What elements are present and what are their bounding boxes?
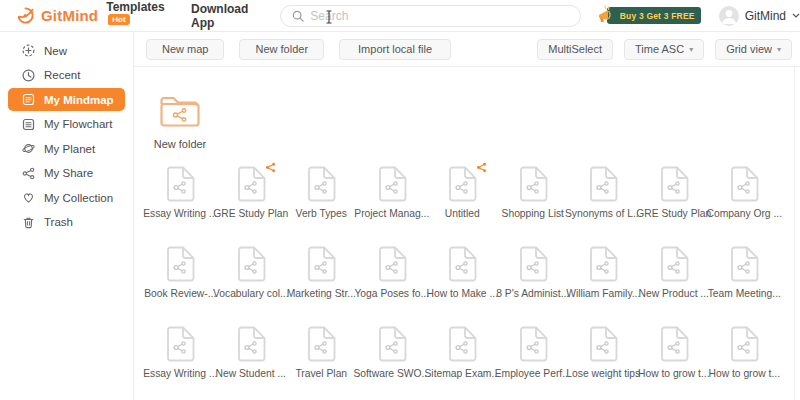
file-item[interactable]: Essay Writing ...	[145, 156, 216, 236]
file-item[interactable]: How to grow t...	[709, 316, 780, 396]
trash-icon	[22, 216, 35, 229]
file-item[interactable]: Untitled	[427, 156, 498, 236]
sidebar-item-label: Recent	[44, 69, 80, 81]
sort-order-dropdown[interactable]: Time ASC ▾	[624, 39, 704, 60]
new-map-button[interactable]: New map	[146, 39, 224, 60]
file-item[interactable]: Shopping List	[498, 156, 569, 236]
file-name: Software SWO...	[353, 368, 430, 379]
sidebar-item-label: My Mindmap	[44, 94, 114, 106]
templates-label: Templates	[106, 0, 164, 14]
file-item[interactable]: Synonyms of L...	[568, 156, 639, 236]
sidebar-item-trash[interactable]: Trash	[8, 211, 125, 234]
file-name: GRE Study Plan	[213, 208, 288, 219]
file-item[interactable]: Yoga Poses fo...	[357, 236, 428, 316]
file-item[interactable]: Marketing Str...	[286, 236, 357, 316]
folder-item[interactable]: New folder	[145, 92, 215, 150]
mindmap-file-icon	[588, 326, 618, 362]
file-item[interactable]: Company Org ...	[709, 156, 780, 236]
mindmap-file-icon	[729, 246, 759, 282]
mindmap-file-icon	[165, 246, 195, 282]
mindmap-file-icon	[518, 246, 548, 282]
scrollbar-track[interactable]	[794, 67, 795, 400]
new-folder-button[interactable]: New folder	[239, 39, 324, 60]
mindmap-file-icon	[659, 326, 689, 362]
sidebar-item-my-flowchart[interactable]: My Flowchart	[8, 113, 125, 136]
sidebar-item-recent[interactable]: Recent	[8, 64, 125, 87]
sidebar-item-label: New	[44, 45, 67, 57]
mindmap-file-icon	[165, 326, 195, 362]
download-app-link[interactable]: Download App	[191, 2, 263, 30]
view-mode-dropdown[interactable]: Grid view ▾	[715, 39, 792, 60]
file-name: Yoga Poses fo...	[354, 288, 429, 299]
file-item[interactable]: Travel Plan	[286, 316, 357, 396]
file-item[interactable]: New Product ...	[639, 236, 710, 316]
file-name: How to Make ...	[426, 288, 498, 299]
import-local-file-button[interactable]: Import local file	[339, 39, 451, 60]
sidebar-item-new[interactable]: New	[8, 39, 125, 62]
search-bar[interactable]	[280, 5, 580, 27]
file-item[interactable]: 8 P's Administ...	[498, 236, 569, 316]
mindmap-file-icon	[306, 166, 336, 202]
file-item[interactable]: Software SWO...	[357, 316, 428, 396]
mindmap-file-icon	[588, 166, 618, 202]
file-name: GRE Study Plan	[636, 208, 711, 219]
new-plus-circle-icon	[22, 44, 35, 57]
file-name: Shopping List	[502, 208, 564, 219]
mindmap-file-icon	[659, 246, 689, 282]
chevron-down-icon: ▾	[777, 45, 781, 54]
avatar	[719, 6, 739, 26]
file-item[interactable]: Lose weight tips	[568, 316, 639, 396]
sidebar-item-my-planet[interactable]: My Planet	[8, 137, 125, 160]
folder-icon	[157, 92, 203, 130]
file-item[interactable]: Team Meeting...	[709, 236, 780, 316]
mindmap-file-icon	[588, 246, 618, 282]
planet-icon	[22, 142, 35, 155]
file-name: New Product ...	[639, 288, 709, 299]
file-name: How to grow t...	[638, 368, 710, 379]
mindmap-file-icon	[447, 246, 477, 282]
file-item[interactable]: GRE Study Plan	[216, 156, 287, 236]
file-item[interactable]: Employee Perf...	[498, 316, 569, 396]
mindmap-file-icon	[236, 326, 266, 362]
file-name: Sitemap Exam...	[424, 368, 500, 379]
top-navbar: GitMind TemplatesHot Download App Buy 3 …	[0, 0, 800, 32]
file-item[interactable]: Book Review-...	[145, 236, 216, 316]
file-name: Team Meeting...	[708, 288, 781, 299]
gitmind-logo[interactable]: GitMind	[16, 6, 98, 25]
sidebar-item-label: My Collection	[44, 192, 113, 204]
file-item[interactable]: William Family...	[568, 236, 639, 316]
account-menu[interactable]: GitMind	[719, 6, 800, 26]
file-name: Marketing Str...	[287, 288, 356, 299]
file-item[interactable]: GRE Study Plan	[639, 156, 710, 236]
file-name: New Student ...	[216, 368, 286, 379]
file-name: Synonyms of L...	[565, 208, 642, 219]
multiselect-button[interactable]: MultiSelect	[537, 39, 613, 60]
mindmap-file-icon	[518, 166, 548, 202]
file-item[interactable]: Essay Writing ...	[145, 316, 216, 396]
toolbar: New map New folder Import local file Mul…	[134, 32, 800, 67]
sidebar-item-my-collection[interactable]: My Collection	[8, 186, 125, 209]
mindmap-file-icon	[377, 246, 407, 282]
templates-menu[interactable]: TemplatesHot	[106, 0, 177, 31]
shared-badge-icon	[265, 159, 276, 177]
file-item[interactable]: Verb Types	[286, 156, 357, 236]
file-item[interactable]: How to grow t...	[639, 316, 710, 396]
sidebar-item-my-mindmap[interactable]: My Mindmap	[8, 88, 125, 111]
search-icon	[292, 10, 304, 22]
sidebar-item-my-share[interactable]: My Share	[8, 162, 125, 185]
file-item[interactable]: New Student ...	[216, 316, 287, 396]
search-input[interactable]	[310, 9, 579, 23]
file-name: Verb Types	[296, 208, 347, 219]
file-item[interactable]: Project Manag...	[357, 156, 428, 236]
file-name: William Family...	[566, 288, 640, 299]
file-grid-area: New folder Essay Writing ...	[134, 67, 800, 400]
file-item[interactable]: How to Make ...	[427, 236, 498, 316]
file-item[interactable]: Sitemap Exam...	[427, 316, 498, 396]
file-name: Lose weight tips	[566, 368, 640, 379]
file-item[interactable]: Vocabulary col...	[216, 236, 287, 316]
file-name: Essay Writing ...	[143, 208, 217, 219]
promo-banner[interactable]: Buy 3 Get 3 FREE	[607, 7, 701, 24]
file-name: Untitled	[445, 208, 480, 219]
mindmap-file-icon	[659, 166, 689, 202]
mindmap-doc-icon	[22, 93, 35, 106]
